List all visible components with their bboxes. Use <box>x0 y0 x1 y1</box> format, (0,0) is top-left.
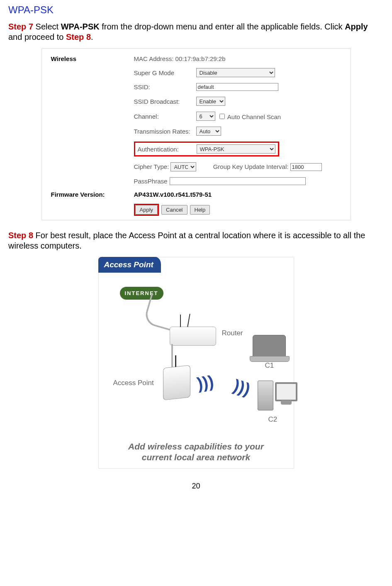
authentication-label: Authentication: <box>138 146 197 153</box>
laptop-icon <box>253 335 286 356</box>
diagram-canvas: INTERNET Router Access Point ))) ))) C1 … <box>101 274 292 440</box>
cipher-type-label: Cipher Type: <box>134 163 169 170</box>
transmission-rates-label: Transmission Rates: <box>134 128 196 135</box>
step8-text: For best result, place the Access Point … <box>8 231 365 250</box>
section-heading: WPA-PSK <box>8 4 384 16</box>
channel-select[interactable]: 6 <box>196 112 215 121</box>
access-point-icon <box>163 365 190 400</box>
group-key-interval-label: Group Key Update Interval: <box>213 163 289 170</box>
step7-bold-apply: Apply <box>345 22 368 31</box>
step8-label: Step 8 <box>8 231 33 240</box>
step7-text-b: from the drop-down menu and enter all th… <box>100 22 345 31</box>
auto-channel-scan-label: Auto Channel Scan <box>227 113 281 120</box>
firmware-version: AP431W.v100.r541.t579-51 <box>134 191 212 198</box>
c1-label: C1 <box>265 361 274 370</box>
step7-bold-wpapsk: WPA-PSK <box>61 22 100 31</box>
diagram-caption: Add wireless capabilities to your curren… <box>99 440 294 463</box>
wifi-waves-icon: ))) <box>195 372 215 393</box>
authentication-select[interactable]: WPA-PSK <box>197 144 275 154</box>
router-icon <box>170 327 216 346</box>
cipher-type-select[interactable]: AUTO <box>170 162 196 171</box>
authentication-highlight: Authentication: WPA-PSK <box>134 142 279 156</box>
caption-line-2: current local area network <box>142 452 250 462</box>
superg-label: Super G Mode <box>134 69 196 76</box>
wifi-waves-icon: ))) <box>230 378 252 401</box>
apply-button[interactable]: Apply <box>135 205 158 215</box>
step7-text-a: Select <box>33 22 61 31</box>
sidebar-firmware: Firmware Version: <box>51 191 134 198</box>
ssid-input[interactable] <box>196 83 278 91</box>
step7-text-c: and proceed to <box>8 32 66 42</box>
transmission-rates-select[interactable]: Auto <box>196 127 221 136</box>
access-point-label: Access Point <box>113 379 154 387</box>
monitor-icon <box>275 382 297 401</box>
step7-label: Step 7 <box>8 22 33 31</box>
superg-select[interactable]: Disable <box>196 68 275 77</box>
access-point-diagram: Access Point INTERNET Router Access Poin… <box>98 257 294 469</box>
button-bar: Apply Cancel Help <box>134 204 341 216</box>
router-label: Router <box>222 329 243 337</box>
ssid-broadcast-label: SSID Broadcast: <box>134 98 196 105</box>
passphrase-input[interactable] <box>170 177 306 185</box>
ssid-label: SSID: <box>134 83 196 90</box>
c2-label: C2 <box>268 415 278 424</box>
step7-paragraph: Step 7 Select WPA-PSK from the drop-down… <box>8 22 384 42</box>
auto-channel-scan-group: Auto Channel Scan <box>218 112 281 120</box>
step7-step8-ref: Step 8 <box>66 32 91 42</box>
mac-address: MAC Address: 00:17:9a:b7:29:2b <box>134 55 226 62</box>
sidebar-wireless: Wireless <box>51 55 134 62</box>
wireless-settings-screenshot: Wireless MAC Address: 00:17:9a:b7:29:2b … <box>41 48 351 220</box>
step7-text-d: . <box>91 32 93 42</box>
diagram-tab: Access Point <box>98 257 161 273</box>
auto-channel-scan-checkbox[interactable] <box>219 114 225 119</box>
help-button[interactable]: Help <box>190 205 210 215</box>
step8-paragraph: Step 8 For best result, place the Access… <box>8 230 384 251</box>
group-key-interval-input[interactable] <box>290 163 322 171</box>
cancel-button[interactable]: Cancel <box>161 205 187 215</box>
apply-highlight: Apply <box>134 204 159 216</box>
ssid-broadcast-select[interactable]: Enable <box>196 97 225 106</box>
channel-label: Channel: <box>134 113 196 120</box>
caption-line-1: Add wireless capabilities to your <box>128 442 264 451</box>
desktop-tower-icon <box>258 381 273 410</box>
page-number: 20 <box>8 482 384 491</box>
passphrase-label: PassPhrase <box>134 178 168 185</box>
